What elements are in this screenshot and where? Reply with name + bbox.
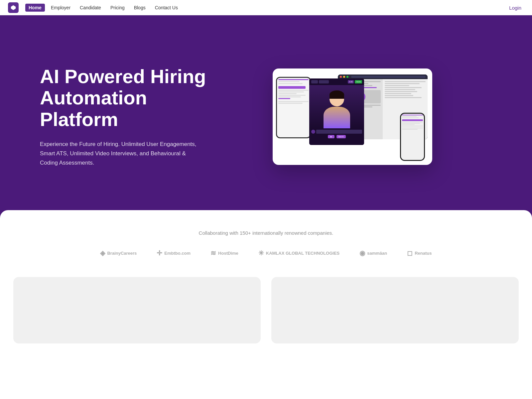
tablet-mockup <box>276 77 311 138</box>
svg-marker-0 <box>11 5 16 10</box>
bottom-card-right <box>271 277 519 343</box>
hero-image-area: ★★★★☆ <box>213 68 492 165</box>
hero-title: AI Powered Hiring Automation Platform <box>40 66 213 131</box>
logo-sammaan: ◉ sammāan <box>359 249 387 257</box>
nav-candidate[interactable]: Candidate <box>76 4 104 12</box>
partner-logos: ◈ BrainyCareers ✛ Embtbo.com ≋ HostDime … <box>13 249 519 257</box>
video-interview-mockup: 4.85 75.5% <box>309 78 364 145</box>
logo-kamlax: ✳ KAMLAX GLOBAL TECHNOLOGIES <box>258 249 339 257</box>
sammaan-label: sammāan <box>367 251 387 256</box>
collab-section: Collaborating with 150+ internationally … <box>0 210 532 357</box>
logo-embtbo: ✛ Embtbo.com <box>157 249 191 257</box>
nav-home[interactable]: Home <box>25 4 45 12</box>
hero-section: AI Powered Hiring Automation Platform Ex… <box>0 15 532 218</box>
hero-description: Experience the Future of Hiring. Unlimit… <box>40 140 200 168</box>
renatus-label: Renatus <box>415 251 432 256</box>
brainycareers-icon: ◈ <box>100 249 105 257</box>
logo-hostdime: ≋ HostDime <box>210 249 238 257</box>
phone-mockup <box>400 113 425 161</box>
hero-content: AI Powered Hiring Automation Platform Ex… <box>40 66 213 168</box>
renatus-icon: ◻ <box>407 249 413 257</box>
logo-brainycareers: ◈ BrainyCareers <box>100 249 137 257</box>
logo-icon[interactable] <box>8 2 19 13</box>
brainycareers-label: BrainyCareers <box>107 251 137 256</box>
navbar: Home Employer Candidate Pricing Blogs Co… <box>0 0 532 15</box>
hostdime-icon: ≋ <box>210 249 216 257</box>
device-mockup: ★★★★☆ <box>273 68 432 165</box>
collab-text: Collaborating with 150+ internationally … <box>13 230 519 236</box>
embtbo-label: Embtbo.com <box>164 251 191 256</box>
nav-employer[interactable]: Employer <box>48 4 74 12</box>
embtbo-icon: ✛ <box>157 249 162 257</box>
login-button[interactable]: Login <box>509 5 521 10</box>
hostdime-label: HostDime <box>218 251 238 256</box>
nav-pricing[interactable]: Pricing <box>107 4 128 12</box>
nav-blogs[interactable]: Blogs <box>131 4 149 12</box>
sammaan-icon: ◉ <box>359 249 365 257</box>
bottom-card-left <box>13 277 261 343</box>
logo-renatus: ◻ Renatus <box>407 249 432 257</box>
kamlax-icon: ✳ <box>258 249 264 257</box>
kamlax-label: KAMLAX GLOBAL TECHNOLOGIES <box>266 251 339 256</box>
nav-contact[interactable]: Contact Us <box>152 4 181 12</box>
